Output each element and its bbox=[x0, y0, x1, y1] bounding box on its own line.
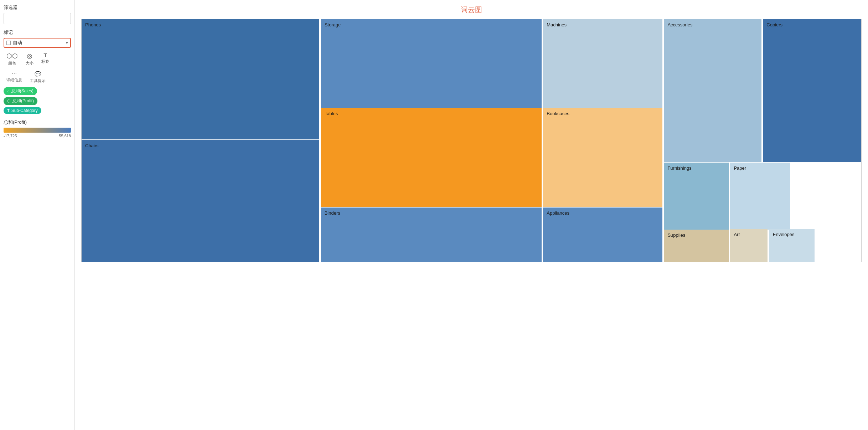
tile-accessories-label: Accessories bbox=[667, 22, 692, 27]
chip-profit-icon: ⬡ bbox=[7, 99, 11, 103]
chart-title: 词云图 bbox=[81, 5, 862, 15]
detail-button[interactable]: ⋯ 详细信息 bbox=[4, 70, 25, 85]
legend-max: 55,618 bbox=[59, 134, 71, 138]
size-icon: ◎ bbox=[27, 52, 32, 60]
mark-dropdown-label: 自动 bbox=[13, 40, 64, 46]
legend-section: 总和(Profit) -17,725 55,618 bbox=[4, 119, 71, 138]
tile-chairs-label: Chairs bbox=[85, 143, 99, 148]
tile-tables[interactable]: Tables bbox=[321, 108, 542, 207]
mark-section: 标记 自动 ▾ ⬡⬡ 颜色 ◎ 大小 T 标签 ⋯ 详细信息 bbox=[4, 29, 71, 114]
tooltip-label: 工具提示 bbox=[30, 78, 46, 83]
tile-supplies[interactable]: Supplies bbox=[664, 230, 729, 262]
tile-envelopes[interactable]: Envelopes bbox=[769, 229, 815, 262]
color-button[interactable]: ⬡⬡ 颜色 bbox=[4, 51, 21, 67]
mark-title: 标记 bbox=[4, 29, 71, 36]
detail-icon: ⋯ bbox=[12, 71, 17, 77]
chip-subcategory[interactable]: T Sub-Category bbox=[4, 107, 41, 114]
tile-paper[interactable]: Paper bbox=[730, 163, 790, 230]
treemap: Phones Storage Machines Accessories Copi… bbox=[81, 19, 862, 262]
filter-title: 筛选器 bbox=[4, 4, 71, 11]
tile-binders-label: Binders bbox=[325, 210, 340, 216]
tile-phones-label: Phones bbox=[85, 22, 101, 27]
tile-furnishings-label: Furnishings bbox=[667, 165, 691, 171]
tooltip-icon: 💬 bbox=[35, 71, 41, 77]
label-button[interactable]: T 标签 bbox=[38, 51, 52, 67]
mark-buttons: ⬡⬡ 颜色 ◎ 大小 T 标签 ⋯ 详细信息 💬 工具提示 bbox=[4, 51, 71, 85]
tile-tables-label: Tables bbox=[325, 111, 338, 116]
chip-profit-label: 总和(Profit) bbox=[12, 98, 34, 104]
size-button[interactable]: ◎ 大小 bbox=[23, 51, 36, 67]
legend-min: -17,725 bbox=[4, 134, 17, 138]
chip-subcategory-icon: T bbox=[7, 108, 10, 113]
tile-art[interactable]: Art bbox=[730, 229, 768, 262]
tile-binders[interactable]: Binders bbox=[321, 208, 542, 262]
legend-gradient bbox=[4, 128, 71, 133]
filter-section: 筛选器 bbox=[4, 4, 71, 24]
tile-machines-label: Machines bbox=[547, 22, 567, 27]
chip-sales[interactable]: ○ 总和(Sales) bbox=[4, 87, 37, 95]
tile-supplies-label: Supplies bbox=[667, 232, 685, 238]
chip-subcategory-label: Sub-Category bbox=[11, 108, 38, 113]
mark-dropdown[interactable]: 自动 ▾ bbox=[4, 38, 71, 48]
tile-appliances-label: Appliances bbox=[547, 210, 569, 216]
chip-sales-icon: ○ bbox=[7, 89, 10, 93]
tile-copiers-label: Copiers bbox=[766, 22, 782, 27]
mark-chips: ○ 总和(Sales) ⬡ 总和(Profit) T Sub-Category bbox=[4, 87, 71, 114]
tile-chairs[interactable]: Chairs bbox=[82, 140, 319, 262]
chip-profit[interactable]: ⬡ 总和(Profit) bbox=[4, 97, 37, 105]
color-icon: ⬡⬡ bbox=[6, 52, 18, 60]
tile-accessories[interactable]: Accessories bbox=[664, 19, 761, 162]
label-label: 标签 bbox=[41, 59, 49, 64]
sidebar: 筛选器 标记 自动 ▾ ⬡⬡ 颜色 ◎ 大小 T 标签 ⋯ 详细 bbox=[0, 0, 75, 430]
tile-envelopes-label: Envelopes bbox=[773, 232, 795, 237]
tile-machines[interactable]: Machines bbox=[543, 19, 662, 108]
legend-title: 总和(Profit) bbox=[4, 119, 71, 126]
tile-bookcases[interactable]: Bookcases bbox=[543, 108, 662, 207]
tile-paper-label: Paper bbox=[734, 165, 746, 171]
tile-copiers[interactable]: Copiers bbox=[763, 19, 861, 162]
size-label: 大小 bbox=[26, 61, 33, 66]
filter-box[interactable] bbox=[4, 13, 71, 24]
tile-storage-label: Storage bbox=[325, 22, 341, 27]
tile-bookcases-label: Bookcases bbox=[547, 111, 569, 116]
chip-sales-label: 总和(Sales) bbox=[11, 88, 33, 94]
tile-art-label: Art bbox=[734, 232, 740, 237]
detail-label: 详细信息 bbox=[6, 77, 22, 83]
tile-storage[interactable]: Storage bbox=[321, 19, 542, 108]
tile-appliances[interactable]: Appliances bbox=[543, 208, 662, 262]
main-content: 词云图 Phones Storage Machines Accessories … bbox=[75, 0, 868, 430]
mark-checkbox bbox=[6, 41, 11, 45]
label-icon: T bbox=[43, 52, 47, 58]
legend-labels: -17,725 55,618 bbox=[4, 134, 71, 138]
tooltip-button[interactable]: 💬 工具提示 bbox=[27, 70, 48, 85]
chevron-down-icon: ▾ bbox=[66, 41, 68, 45]
tile-phones[interactable]: Phones bbox=[82, 19, 319, 139]
color-label: 颜色 bbox=[8, 61, 16, 66]
